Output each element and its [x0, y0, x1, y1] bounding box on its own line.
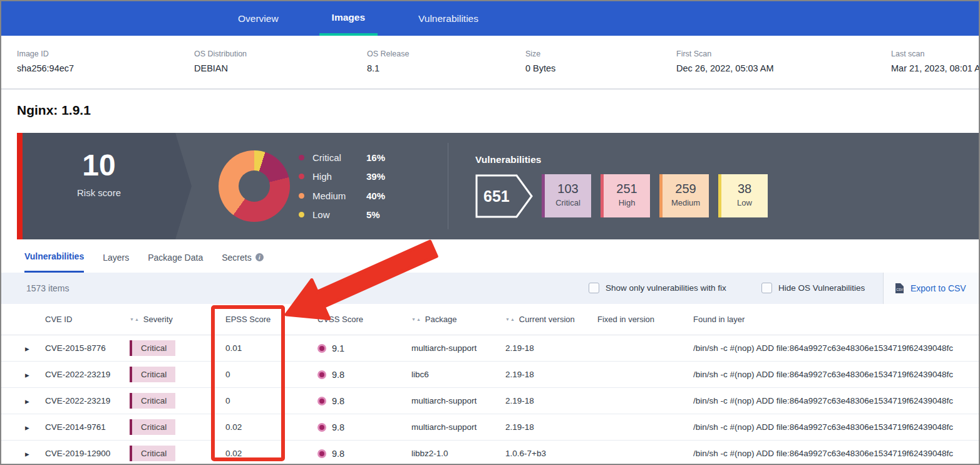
severity-cell: Critical	[130, 340, 225, 356]
sort-icon[interactable]: ▼▲	[130, 317, 140, 321]
table-toolbar: 1573 items Show only vulnerabilities wit…	[1, 273, 979, 304]
cvss-severity-dot-icon	[317, 423, 326, 432]
total-vulnerabilities-count: 651	[483, 187, 510, 206]
detail-tabs: Vulnerabilities Layers Package Data Secr…	[17, 242, 264, 273]
meta-last-scan: Last scan Mar 21, 2023, 08:01 AM	[891, 50, 980, 73]
column-header-package[interactable]: ▼▲ Package	[411, 315, 505, 324]
meta-image-id: Image ID sha256:94ec7	[17, 50, 74, 73]
found-in-layer-cell: /bin/sh -c #(nop) ADD file:864a9927c63e4…	[693, 396, 979, 405]
found-in-layer-cell: /bin/sh -c #(nop) ADD file:864a9927c63e4…	[693, 370, 979, 379]
column-header-found-in-layer[interactable]: Found in layer	[693, 315, 979, 324]
detail-tab-package-data[interactable]: Package Data	[148, 242, 203, 273]
checkbox-icon[interactable]	[761, 283, 772, 293]
tab-images[interactable]: Images	[319, 1, 378, 36]
detail-tab-secrets[interactable]: Secrets i	[222, 242, 263, 273]
cvss-severity-dot-icon	[317, 449, 326, 458]
risk-score-label: Risk score	[23, 187, 175, 198]
summary-panel: 10 Risk score Critical 16% High 39% Medi…	[17, 133, 979, 239]
image-scan-report-page: Overview Images Vulnerabilities Image ID…	[0, 0, 980, 465]
cve-id-cell[interactable]: CVE-2014-9761	[45, 422, 130, 432]
cvss-score-cell: 9.1	[317, 343, 411, 353]
row-expand-caret-icon[interactable]: ▸	[25, 396, 45, 406]
card-high: 251 High	[601, 174, 650, 217]
checkbox-show-only-with-fix[interactable]: Show only vulnerabilities with fix	[589, 283, 726, 293]
image-meta-bar: Image ID sha256:94ec7 OS Distribution DE…	[1, 36, 979, 90]
card-medium: 259 Medium	[659, 174, 709, 217]
column-header-cve-id[interactable]: CVE ID	[45, 315, 130, 324]
legend-item-medium: Medium 40%	[299, 186, 415, 206]
table-row[interactable]: ▸CVE-2014-9761Critical0.029.8multiarch-s…	[1, 414, 979, 441]
epss-score-cell: 0.02	[225, 422, 317, 432]
export-to-csv-button[interactable]: CSV Export to CSV	[883, 273, 979, 304]
table-row[interactable]: ▸CVE-2022-23219Critical09.8libc62.19-18/…	[1, 362, 979, 388]
column-header-cvss-score[interactable]: CVSS Score	[317, 315, 411, 324]
total-vulnerabilities-tag: 651	[475, 174, 533, 218]
risk-score-value: 10	[23, 148, 175, 182]
sort-icon[interactable]: ▼▲	[505, 317, 515, 321]
found-in-layer-cell: /bin/sh -c #(nop) ADD file:864a9927c63e4…	[693, 422, 979, 432]
detail-tab-vulnerabilities[interactable]: Vulnerabilities	[24, 242, 84, 273]
package-cell: libc6	[411, 370, 505, 379]
legend-dot-high-icon	[299, 174, 304, 179]
legend-dot-critical-icon	[299, 155, 304, 160]
table-row[interactable]: ▸CVE-2015-8776Critical0.019.1multiarch-s…	[1, 335, 979, 362]
row-expand-caret-icon[interactable]: ▸	[25, 422, 45, 432]
legend-dot-medium-icon	[299, 193, 304, 199]
sort-icon[interactable]: ▼▲	[411, 317, 421, 321]
checkbox-hide-os-vulnerabilities[interactable]: Hide OS Vulnerabilities	[761, 283, 865, 293]
severity-cell: Critical	[130, 367, 225, 382]
table-header-row: CVE ID ▼▲ Severity EPSS Score CVSS Score…	[1, 304, 979, 335]
card-low: 38 Low	[718, 174, 768, 217]
svg-text:CSV: CSV	[896, 288, 903, 291]
risk-accent-bar	[17, 133, 23, 239]
legend-item-low: Low 5%	[299, 206, 415, 225]
tab-overview[interactable]: Overview	[225, 1, 291, 36]
epss-score-cell: 0	[225, 396, 317, 405]
detail-tab-layers[interactable]: Layers	[103, 242, 129, 273]
cve-id-cell[interactable]: CVE-2022-23219	[45, 396, 130, 405]
epss-score-cell: 0.01	[225, 343, 317, 353]
cve-id-cell[interactable]: CVE-2015-8776	[45, 343, 130, 353]
table-row[interactable]: ▸CVE-2022-23219Critical09.8multiarch-sup…	[1, 388, 979, 414]
tab-vulnerabilities[interactable]: Vulnerabilities	[406, 1, 491, 36]
column-header-current-version[interactable]: ▼▲ Current version	[505, 315, 597, 324]
severity-cards: 103 Critical 251 High 259 Medium 38 Low	[542, 174, 768, 217]
severity-badge: Critical	[130, 393, 175, 409]
found-in-layer-cell: /bin/sh -c #(nop) ADD file:864a9927c63e4…	[693, 343, 979, 353]
checkbox-icon[interactable]	[589, 283, 599, 293]
row-expand-caret-icon[interactable]: ▸	[25, 343, 45, 353]
severity-badge: Critical	[130, 367, 175, 382]
table-row[interactable]: ▸CVE-2019-12900Critical0.029.8libbz2-1.0…	[1, 441, 979, 465]
cvss-severity-dot-icon	[317, 397, 326, 405]
row-expand-caret-icon[interactable]: ▸	[25, 370, 45, 380]
row-expand-caret-icon[interactable]: ▸	[25, 449, 45, 459]
cve-id-cell[interactable]: CVE-2022-23219	[45, 370, 130, 379]
info-icon: i	[255, 253, 264, 261]
severity-donut-chart	[219, 150, 290, 222]
top-navigation: Overview Images Vulnerabilities	[1, 1, 979, 36]
epss-score-cell: 0.02	[225, 449, 317, 458]
found-in-layer-cell: /bin/sh -c #(nop) ADD file:864a9927c63e4…	[693, 449, 979, 458]
severity-cell: Critical	[130, 393, 225, 409]
risk-score-block: 10 Risk score	[23, 133, 192, 239]
package-cell: libbz2-1.0	[411, 449, 505, 458]
column-header-fixed-in-version[interactable]: Fixed in version	[597, 315, 693, 324]
package-cell: multiarch-support	[411, 422, 505, 432]
items-count: 1573 items	[26, 283, 69, 293]
severity-cell: Critical	[130, 446, 225, 461]
severity-badge: Critical	[130, 340, 175, 356]
meta-os-distribution: OS Distribution DEBIAN	[194, 50, 247, 73]
column-header-epss-score[interactable]: EPSS Score	[225, 315, 317, 324]
package-cell: multiarch-support	[411, 343, 505, 353]
column-header-severity[interactable]: ▼▲ Severity	[130, 315, 225, 324]
severity-badge: Critical	[130, 446, 175, 461]
cvss-score-cell: 9.8	[317, 422, 411, 432]
page-title: Nginx: 1.9.1	[17, 103, 91, 118]
cvss-score-cell: 9.8	[317, 396, 411, 406]
cvss-score-cell: 9.8	[317, 370, 411, 380]
cve-id-cell[interactable]: CVE-2019-12900	[45, 449, 130, 458]
legend-item-high: High 39%	[299, 167, 415, 187]
current-version-cell: 2.19-18	[505, 370, 597, 379]
csv-file-icon: CSV	[894, 283, 905, 294]
vulnerabilities-summary-title: Vulnerabilities	[475, 154, 541, 165]
